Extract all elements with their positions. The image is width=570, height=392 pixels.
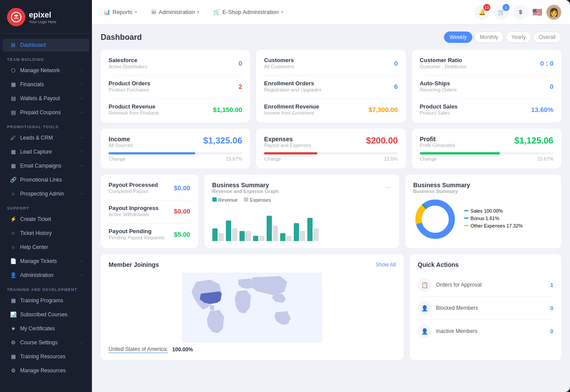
- bar-group: [294, 223, 305, 241]
- sidebar-item-subscribed-courses[interactable]: 📊Subscribed Courses: [3, 308, 89, 321]
- sidebar-item-course-settings[interactable]: ⚙Course Settings ›: [3, 336, 89, 349]
- section-support: SUPPORT: [0, 201, 92, 212]
- sidebar-item-manage-resources[interactable]: ⚙Manage Resources: [3, 364, 89, 377]
- expense-bar: [300, 231, 305, 241]
- tab-yearly[interactable]: Yearly: [506, 32, 531, 43]
- stats-cards-row: SalesforceActive Distributors 0 Product …: [101, 50, 561, 122]
- chevron-icon: ›: [81, 68, 82, 73]
- logo-icon: [7, 8, 25, 26]
- sidebar-item-ticket-history[interactable]: ○Ticket History: [3, 227, 89, 240]
- blocked-members-icon: 👤: [418, 301, 432, 315]
- nav-reports[interactable]: 📊 Reports ▾: [101, 7, 140, 17]
- cart-button[interactable]: 🛒 1: [494, 5, 509, 20]
- show-all-link[interactable]: Show All: [376, 262, 396, 268]
- leads-icon: 🖊: [10, 134, 17, 141]
- logo-area: epixel Your Logo Here: [0, 0, 92, 34]
- member-joinings-card: Member Joinings Show All: [101, 254, 404, 360]
- cart-badge: 1: [503, 4, 510, 11]
- sidebar-item-promotional-links[interactable]: 🔗Promotional Links: [3, 173, 89, 186]
- tab-monthly[interactable]: Monthly: [474, 32, 504, 43]
- bottom-row: Member Joinings Show All: [101, 254, 561, 360]
- nav-left: 📊 Reports ▾ 🏛 Administration ▾ 🛒 E-Shop …: [101, 7, 286, 17]
- sidebar-item-support-admin[interactable]: 👤Administration ›: [3, 269, 89, 282]
- settings-icon: ⚙: [10, 339, 17, 346]
- expense-bar: [286, 236, 292, 241]
- sidebar-item-dashboard[interactable]: ⊞ Dashboard: [3, 38, 89, 52]
- bar-group: [307, 218, 319, 241]
- nav-right: 🔔 12 🛒 1 $ 🇺🇸 👩: [475, 5, 561, 20]
- qa-blocked-members: 👤 Blocked Members 0: [418, 297, 553, 320]
- revenue-bar: [267, 216, 272, 241]
- expense-bar: [273, 226, 278, 241]
- chevron-icon: ›: [81, 340, 82, 345]
- chevron-icon: ›: [81, 150, 82, 154]
- notifications-button[interactable]: 🔔 12: [475, 5, 489, 20]
- sidebar-item-prepaid-coupons[interactable]: ▤Prepaid Coupons ›: [3, 106, 89, 119]
- coupon-icon: ▤: [10, 109, 17, 116]
- section-training: TRAINING AND DEVELOPMENT: [0, 282, 92, 294]
- ticket-create-icon: ⚡: [10, 216, 17, 223]
- resources-icon: ▦: [10, 353, 17, 360]
- chevron-icon: ›: [81, 192, 82, 196]
- stats-card-col2: CustomersAll Customers 0 Enrollment Orde…: [256, 50, 405, 122]
- bs-row: Payout ProcessedCompleted Payout $0.00 P…: [101, 175, 561, 248]
- sidebar-item-training-programs[interactable]: ▦Training Programs: [3, 294, 89, 307]
- revenue-bar: [294, 223, 299, 241]
- history-icon: ○: [10, 230, 17, 237]
- revenue-bar: [239, 231, 245, 241]
- top-navigation: 📊 Reports ▾ 🏛 Administration ▾ 🛒 E-Shop …: [92, 0, 570, 24]
- revenue-bar: [307, 218, 313, 241]
- sidebar-item-email-campaigns[interactable]: ▦Email Campaigns ›: [3, 159, 89, 172]
- dashboard-content: Dashboard Weekly Monthly Yearly Overall …: [92, 24, 570, 392]
- sidebar-item-prospecting[interactable]: ○Prospecting Admin ›: [3, 187, 89, 200]
- sidebar-item-wallets[interactable]: ▤Wallets & Payout ›: [3, 92, 89, 105]
- sidebar-item-manage-network[interactable]: ⬡Manage Network ›: [3, 64, 89, 77]
- tab-overall[interactable]: Overall: [533, 32, 561, 43]
- expense-bar: [218, 233, 224, 241]
- logo-text: epixel Your Logo Here: [29, 10, 56, 24]
- sidebar-item-training-resources[interactable]: ▦Training Resources: [3, 350, 89, 363]
- manage-tickets-icon: 📄: [10, 258, 17, 265]
- prospecting-icon: ○: [10, 190, 17, 197]
- sidebar-item-lead-capture[interactable]: ▦Lead Capture ›: [3, 145, 89, 158]
- language-flag[interactable]: 🇺🇸: [532, 7, 542, 17]
- email-icon: ▦: [10, 162, 17, 169]
- network-icon: ⬡: [10, 67, 17, 74]
- sidebar-item-my-certificates[interactable]: ★My Certificates: [3, 322, 89, 335]
- sidebar-item-create-ticket[interactable]: ⚡Create Ticket: [3, 213, 89, 226]
- reports-icon: 📊: [103, 9, 110, 15]
- summary-row: Income All Sources $1,325.06 Change 15.6…: [101, 129, 561, 168]
- stats-card-col1: SalesforceActive Distributors 0 Product …: [101, 50, 250, 122]
- graph-options-button[interactable]: ···: [385, 184, 391, 192]
- profit-card: Profit Profit Generated $1,125.06 Change…: [412, 129, 561, 168]
- nav-eshop[interactable]: 🛒 E-Shop Administration ▾: [211, 7, 286, 17]
- expense-bar: [246, 231, 251, 241]
- inactive-members-icon: 👤: [418, 324, 432, 338]
- income-card: Income All Sources $1,325.06 Change 15.6…: [101, 129, 250, 168]
- sidebar-item-leads-crm[interactable]: 🖊Leads & CRM ›: [3, 131, 89, 144]
- sidebar-item-help-center[interactable]: ○Help Center: [3, 241, 89, 254]
- qa-orders-approval: 📋 Orders for Approval 1: [418, 273, 553, 297]
- currency-button[interactable]: $: [513, 5, 528, 20]
- world-map: [109, 273, 396, 343]
- nav-administration[interactable]: 🏛 Administration ▾: [148, 7, 202, 17]
- manage-res-icon: ⚙: [10, 367, 17, 374]
- user-avatar[interactable]: 👩: [546, 5, 561, 20]
- tab-weekly[interactable]: Weekly: [444, 32, 472, 43]
- chevron-icon: ›: [81, 96, 82, 101]
- chevron-icon: ›: [81, 259, 82, 263]
- orders-approval-icon: 📋: [418, 278, 432, 292]
- help-icon: ○: [10, 244, 17, 251]
- sidebar-item-financials[interactable]: ▦Financials ›: [3, 78, 89, 91]
- qa-inactive-members: 👤 Inactive Members 0: [418, 320, 553, 343]
- expense-bar: [259, 236, 264, 241]
- bar-chart-area: Revenue Expenses: [212, 194, 391, 241]
- links-icon: 🔗: [10, 176, 17, 183]
- admin-icon: 👤: [10, 272, 17, 279]
- notification-badge: 12: [483, 4, 490, 11]
- chevron-icon: ›: [81, 273, 82, 277]
- bar-group: [280, 233, 292, 241]
- bar-group: [253, 236, 264, 241]
- sidebar-item-manage-tickets[interactable]: 📄Manage Tickets ›: [3, 255, 89, 268]
- chevron-icon: ›: [81, 136, 82, 140]
